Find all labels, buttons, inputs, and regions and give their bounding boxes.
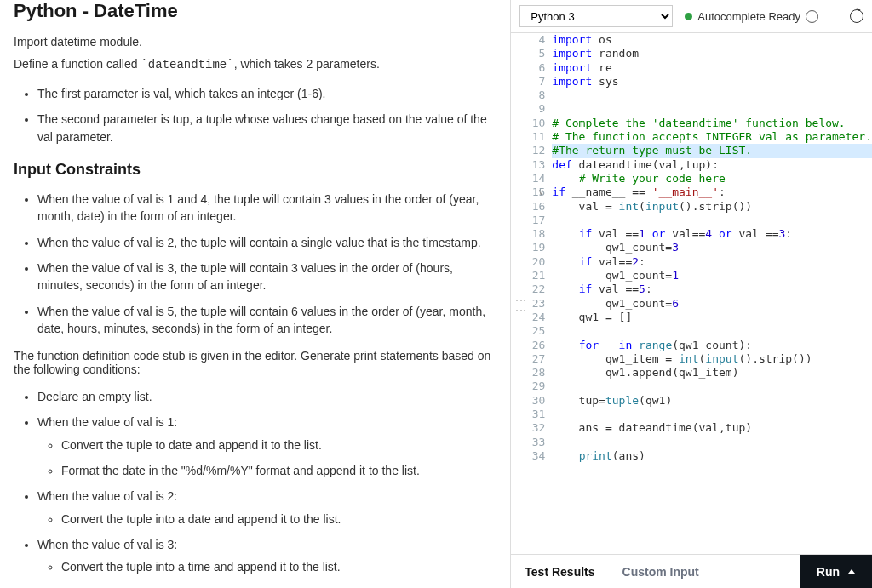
code-line[interactable]: 4import os [511,33,872,47]
fold-icon[interactable]: ∨ [538,186,543,199]
code-line[interactable]: 26 for _ in range(qw1_count): [511,339,872,352]
chevron-up-icon [848,569,855,574]
code-line[interactable]: 27 qw1_item = int(input().strip()) [511,352,872,366]
code-line[interactable]: 13def dateandtime(val,tup): [511,158,872,172]
list-item: The first parameter is val, which takes … [37,85,496,102]
code-line[interactable]: 17 [511,214,872,227]
tab-custom-input[interactable]: Custom Input [609,555,713,588]
autocomplete-status: Autocomplete Ready [685,10,818,23]
editor-toolbar: Python 3 Autocomplete Ready [511,0,872,33]
list-item: Convert the tuple into a date and append… [61,511,496,528]
code-line[interactable]: 22 if val ==5: [511,283,872,296]
list-item: When the value of val is 1:Convert the t… [37,414,496,479]
run-label: Run [817,565,840,579]
code-line[interactable]: 34 print(ans) [511,449,872,463]
code-line[interactable]: 30 tup=tuple(qw1) [511,394,872,408]
reset-icon[interactable] [850,9,863,23]
list-item: When the value of val is 3, the tuple wi… [37,260,496,294]
intro-2: Define a function called `dateandtime`, … [14,56,496,74]
intro-1: Import datetime module. [14,34,496,51]
code-editor[interactable]: 4import os5import random6import re7impor… [511,33,872,554]
run-button[interactable]: Run [800,555,872,588]
code-line[interactable]: 5import random [511,47,872,60]
list-item: When the value of val is 2, the tuple wi… [37,234,496,251]
editor-panel: Python 3 Autocomplete Ready 4import os5i… [510,0,872,588]
code-line[interactable]: 6import re [511,61,872,75]
code-line[interactable]: 31 [511,408,872,421]
code-line[interactable]: 11# The function accepts INTEGER val as … [511,130,872,144]
code-line[interactable]: 33 [511,436,872,449]
tab-test-results[interactable]: Test Results [511,555,608,588]
list-item: When the value of val is 5, the tuple wi… [37,303,496,338]
steps-list: Declare an empty list.When the value of … [14,388,496,588]
info-ring-icon [806,10,818,23]
list-item: When the value of val is 1 and 4, the tu… [37,191,496,225]
code-line[interactable]: 9 [511,102,872,116]
list-item: Convert the tuple into a time and append… [61,558,496,575]
code-line[interactable]: 32 ans = dateandtime(val,tup) [511,421,872,435]
language-select[interactable]: Python 3 [519,5,673,27]
problem-panel: Python - DateTime Import datetime module… [0,0,510,588]
code-line[interactable]: 12#The return type must be LIST. [511,144,872,157]
list-item: When the value of val is 2:Convert the t… [37,488,496,528]
list-item: The second parameter is tup, a tuple who… [37,111,496,146]
status-dot-icon [685,13,692,20]
code-line[interactable]: 16 val = int(input().strip()) [511,200,872,214]
code-line[interactable]: 14 # Write your code here [511,172,872,186]
code-line[interactable]: 8 [511,88,872,102]
constraints-list: When the value of val is 1 and 4, the tu… [14,191,496,337]
code-line[interactable]: 19 qw1_count=3 [511,241,872,254]
task-text: The function definition code stub is giv… [14,349,496,376]
list-item: Convert the tuple to date and append it … [61,437,496,454]
constraints-heading: Input Constraints [14,161,496,179]
param-list: The first parameter is val, which takes … [14,85,496,146]
code-line[interactable]: 29 [511,380,872,393]
code-line[interactable]: 23 qw1_count=6 [511,297,872,311]
list-item: When the value of val is 3:Convert the t… [37,536,496,588]
list-item: Declare an empty list. [37,388,496,405]
bottom-tabs: Test Results Custom Input Run [511,554,872,588]
code-line[interactable]: 28 qw1.append(qw1_item) [511,366,872,380]
list-item: Extract the Hour 00-12 format of the tim… [61,585,496,588]
code-line[interactable]: 20 if val==2: [511,255,872,269]
code-line[interactable]: 24 qw1 = [] [511,311,872,324]
list-item: Format the date in the "%d/%m/%Y" format… [61,462,496,479]
code-line[interactable]: 18 if val ==1 or val==4 or val ==3: [511,227,872,241]
page-title: Python - DateTime [14,0,496,22]
code-line[interactable]: ∨15if __name__ == '__main__': [511,186,872,199]
code-line[interactable]: 10# Complete the 'dateandtime' function … [511,117,872,130]
autocomplete-label: Autocomplete Ready [697,10,800,23]
code-line[interactable]: 21 qw1_count=1 [511,269,872,283]
code-line[interactable]: 7import sys [511,75,872,88]
code-line[interactable]: 25 [511,324,872,338]
